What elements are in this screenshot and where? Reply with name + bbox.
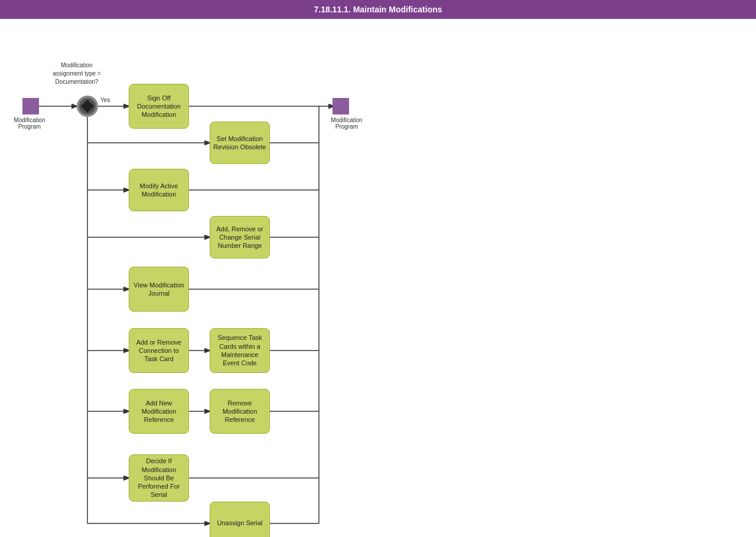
node-add-remove-serial: Add, Remove or Change Serial Number Rang…: [210, 216, 270, 258]
decision-node: [77, 96, 98, 117]
title-bar: 7.18.11.1. Maintain Modifications: [0, 0, 756, 19]
node-set-revision-obsolete: Set Modification Revision Obsolete: [210, 122, 270, 164]
end-box: [333, 98, 349, 114]
decision-label: Modification assignment type = Documenta…: [47, 61, 106, 86]
start-label: Modification Program: [6, 117, 53, 130]
diagram-area: Modification Program Modification assign…: [0, 19, 756, 537]
page-title: 7.18.11.1. Maintain Modifications: [314, 5, 442, 14]
yes-label: Yes: [100, 97, 110, 103]
node-modify-active: Modify Active Modification: [129, 169, 189, 211]
node-add-new-mod-ref: Add New Modification Reference: [129, 389, 189, 434]
node-add-remove-connection: Add or Remove Connection to Task Card: [129, 328, 189, 373]
node-sign-off: Sign Off Documentation Modification: [129, 84, 189, 129]
start-box: [22, 98, 39, 114]
flow-arrows: [0, 19, 756, 537]
node-view-journal: View Modification Journal: [129, 267, 189, 312]
node-sequence-task-cards: Sequence Task Cards within a Maintenance…: [210, 328, 270, 373]
end-label: Modification Program: [323, 117, 370, 130]
node-unassign-serial: Unassign Serial: [210, 502, 270, 537]
node-decide-modification: Decide If Modification Should Be Perform…: [129, 454, 189, 502]
decision-diamond-icon: [81, 100, 94, 113]
node-remove-mod-ref: Remove Modification Reference: [210, 389, 270, 434]
